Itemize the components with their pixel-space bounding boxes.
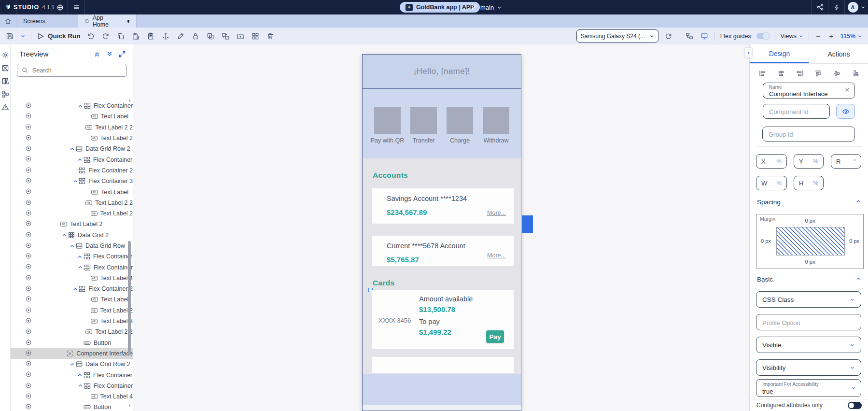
tree-row-label[interactable]: Button — [94, 404, 111, 411]
tab-actions[interactable]: Actions — [809, 44, 868, 63]
visibility-eye-icon[interactable] — [25, 339, 32, 346]
profile-option-input[interactable] — [761, 314, 841, 331]
align-bottom-button[interactable] — [852, 70, 860, 77]
clipboard-button[interactable] — [146, 31, 155, 42]
tree-row-label[interactable]: Data Grid 2 — [78, 232, 109, 239]
visibility-eye-icon[interactable] — [25, 113, 32, 119]
visibility-eye-icon[interactable] — [25, 210, 32, 216]
undo-button[interactable] — [86, 31, 96, 42]
visibility-eye-icon[interactable] — [25, 307, 32, 313]
visibility-eye-icon[interactable] — [25, 328, 32, 335]
selected-widget-handle[interactable] — [522, 215, 533, 233]
tree-row-label[interactable]: Flex Container — [94, 102, 133, 109]
align-middle-button[interactable] — [833, 70, 841, 77]
tree-row-component-interface[interactable]: Component Interface — [11, 348, 133, 359]
chevron-up-icon[interactable] — [77, 383, 84, 389]
visibility-eye-icon[interactable] — [25, 403, 32, 410]
quick-run-button[interactable]: Quick Run — [37, 32, 81, 40]
share-nodes-button[interactable] — [812, 0, 828, 14]
tree-row-button[interactable]: BTN Button — [11, 338, 133, 348]
quick-action-pay-with-qr[interactable]: Pay with QR — [369, 107, 406, 158]
visibility-eye-icon[interactable] — [25, 220, 32, 227]
profile-option-field[interactable] — [756, 314, 861, 330]
paste-button[interactable] — [131, 31, 140, 42]
tree-row-flex-container[interactable]: Flex Container — [11, 262, 133, 272]
design-canvas[interactable]: ¡Hello, [name]! Pay with QR Transfer Cha… — [133, 44, 749, 411]
quick-action-image-placeholder[interactable] — [410, 107, 437, 134]
tree-row-label[interactable]: Text Label 2 2 — [95, 328, 133, 335]
tree-row-label[interactable]: Component Interface — [76, 350, 133, 357]
component-id-field[interactable] — [763, 104, 830, 119]
tree-row-flex-container[interactable]: Flex Container — [11, 381, 133, 391]
name-field[interactable]: Name Component Interface — [763, 83, 855, 99]
tree-row-text-label[interactable]: AB Text Label — [11, 294, 133, 305]
tree-row-label[interactable]: Text Label 2 2 — [95, 199, 133, 206]
tree-row-label[interactable]: Text Label — [101, 296, 128, 303]
expand-all-button[interactable] — [106, 50, 113, 58]
flex-guides-toggle[interactable] — [756, 33, 770, 39]
accessibility-select[interactable]: Important For Accessibility true — [756, 379, 861, 397]
tree-row-label[interactable]: Text Label — [101, 113, 128, 120]
visibility-eye-icon[interactable] — [25, 263, 32, 270]
margin-right-value[interactable]: 0 px — [849, 238, 859, 244]
tree-row-flex-container[interactable]: Flex Container — [11, 369, 133, 380]
tree-row-flex-container-2[interactable]: Flex Container 2 — [11, 165, 133, 176]
expand-panel-button[interactable] — [118, 50, 126, 58]
collapse-spacing-icon[interactable] — [855, 198, 861, 204]
tree-row-data-grid-row-2[interactable]: Data Grid Row 2 — [11, 143, 133, 154]
branch-selector[interactable]: main — [471, 0, 502, 14]
scroll-down-icon[interactable]: ▼ — [128, 404, 131, 407]
copy-button[interactable] — [116, 31, 126, 42]
group-button[interactable] — [206, 31, 215, 42]
warning-button[interactable] — [1, 103, 9, 111]
r-field[interactable]: R ° — [831, 154, 861, 169]
layout-tree-button[interactable] — [685, 31, 694, 42]
globe-button[interactable] — [52, 0, 68, 14]
chevron-up-icon[interactable] — [60, 232, 68, 238]
tree-row-data-grid-2[interactable]: Data Grid 2 — [11, 230, 133, 241]
quick-actions-row[interactable]: Pay with QR Transfer Charge Withdraw — [363, 89, 521, 158]
visibility-eye-icon[interactable] — [25, 134, 32, 141]
tree-row-text-label[interactable]: AB Text Label — [11, 186, 133, 197]
chevron-up-icon[interactable] — [68, 146, 76, 152]
quick-action-image-placeholder[interactable] — [374, 107, 401, 134]
views-menu[interactable]: Views — [781, 33, 803, 40]
quick-action-charge[interactable]: Charge — [442, 107, 478, 158]
scroll-up-icon[interactable]: ▲ — [128, 99, 131, 102]
search-box[interactable] — [17, 64, 127, 77]
tree-row-label[interactable]: Text Label 2 — [100, 210, 133, 217]
tree-row-flex-container[interactable]: Flex Container — [11, 100, 133, 111]
tree-row-label[interactable]: Data Grid Row 2 — [85, 361, 130, 368]
trash-button[interactable] — [266, 31, 275, 42]
quick-action-transfer[interactable]: Transfer — [406, 107, 442, 158]
chevron-up-icon[interactable] — [76, 372, 84, 378]
tree-row-label[interactable]: Text Label 2 2 — [95, 124, 133, 131]
lock-button[interactable] — [191, 31, 200, 42]
visibility-eye-icon[interactable] — [25, 167, 32, 173]
device-select[interactable]: Samsung Galaxy S24 (... — [576, 29, 658, 43]
tree-row-label[interactable]: Text Label 2 — [100, 135, 133, 142]
collapse-all-button[interactable] — [93, 50, 101, 58]
group-id-input[interactable] — [768, 127, 839, 142]
search-input[interactable] — [31, 67, 115, 74]
tab-app-home[interactable]: App Home — [78, 14, 137, 28]
zoom-select[interactable]: 115% — [840, 33, 862, 40]
collapse-basic-icon[interactable] — [855, 276, 861, 282]
quick-action-image-placeholder[interactable] — [483, 107, 509, 134]
tab-design[interactable]: Design — [750, 44, 809, 63]
card-widget[interactable]: XXXX 3456 Amount available $13,500.78 To… — [372, 290, 514, 349]
component-id-input[interactable] — [768, 104, 820, 119]
redo-button[interactable] — [101, 31, 111, 42]
tree-row-label[interactable]: Text Label 4 — [100, 393, 133, 400]
ungroup-button[interactable] — [221, 31, 230, 42]
h-field[interactable]: H % — [794, 176, 824, 190]
margin-top-value[interactable]: 0 px — [757, 218, 863, 224]
chevron-up-icon[interactable] — [68, 361, 76, 368]
tree-row-text-label-2[interactable]: AB Text Label 2 — [11, 208, 133, 219]
empty-card-widget[interactable] — [372, 357, 514, 373]
visibility-eye-icon[interactable] — [25, 317, 32, 324]
visibility-eye-icon[interactable] — [25, 124, 32, 130]
visibility-eye-icon[interactable] — [25, 177, 32, 184]
visibility-eye-icon[interactable] — [25, 393, 32, 399]
visibility-eye-icon[interactable] — [25, 350, 32, 356]
